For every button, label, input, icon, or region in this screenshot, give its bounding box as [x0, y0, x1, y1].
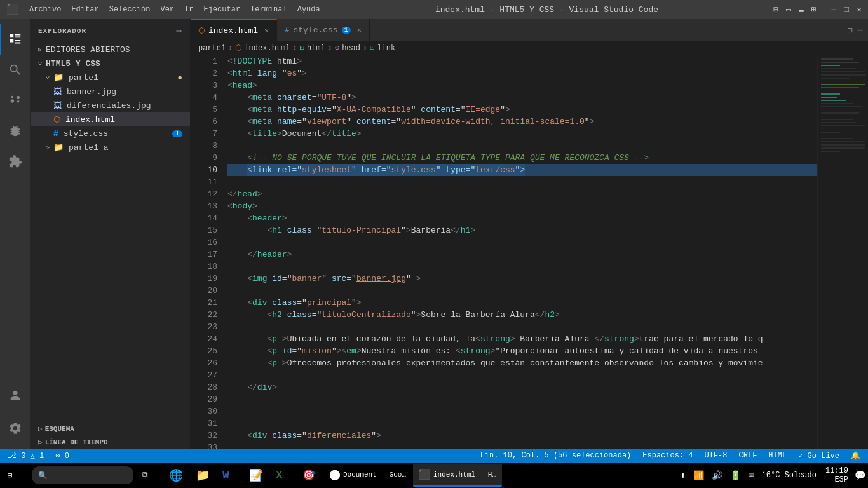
layout-icon[interactable]: ⊟ — [773, 4, 778, 15]
taskbar-search[interactable]: 🔍 — [32, 466, 133, 484]
encoding-status[interactable]: UTF-8 — [702, 451, 730, 460]
code-line-30 — [227, 405, 817, 417]
word-taskbar-button[interactable]: W — [217, 464, 243, 487]
maximize-button[interactable]: □ — [844, 5, 849, 15]
image-icon: 🖼 — [53, 87, 62, 97]
svg-rect-10 — [821, 93, 840, 95]
minimize-button[interactable]: ─ — [832, 5, 837, 15]
tab-close-icon[interactable]: ✕ — [357, 25, 362, 35]
sidebar-toggle-icon[interactable]: ▭ — [786, 4, 791, 15]
line-ending-status[interactable]: CRLF — [736, 451, 760, 460]
status-bar-left: ⎇ 0 △ 1 ⊗ 0 — [5, 451, 72, 461]
project-header[interactable]: ▽ HTML5 Y CSS — [31, 57, 190, 71]
close-button[interactable]: ✕ — [857, 4, 862, 15]
split-editor-icon[interactable]: ⊟ — [847, 25, 852, 36]
folder-label: parte1 a — [69, 143, 108, 152]
language-status[interactable]: HTML — [766, 451, 789, 460]
editors-open-label: EDITORES ABIERTOS — [46, 45, 130, 55]
sidebar-item-parte1[interactable]: ▽ 📁 parte1 ● — [31, 71, 190, 85]
timeline-header[interactable]: ▷ LÍNEA DE TIEMPO — [31, 435, 190, 449]
sidebar-item-index-html[interactable]: ⬡ index.html — [31, 112, 190, 126]
menu-ejecutar[interactable]: Ejecutar — [203, 5, 240, 14]
settings-activity-icon[interactable] — [0, 413, 31, 444]
code-content[interactable]: <!DOCTYPE html> <html lang="es"> <head> … — [222, 55, 817, 449]
breadcrumb-parte1[interactable]: parte1 — [198, 44, 226, 53]
menu-ver[interactable]: Ver — [160, 5, 174, 14]
folder-arrow-icon: ▽ — [46, 74, 50, 81]
go-live-status[interactable]: ✓ Go Live — [796, 451, 842, 461]
schema-header[interactable]: ▷ ESQUEMA — [31, 422, 190, 435]
3d-icon: 🎯 — [302, 469, 315, 482]
taskview-button[interactable]: ⧉ — [137, 464, 163, 487]
tab-bar-actions: ⊟ ⋯ — [847, 19, 868, 41]
taskbar-notification-panel-icon[interactable]: 💬 — [855, 470, 865, 481]
menu-ayuda[interactable]: Ayuda — [297, 5, 320, 14]
tab-close-icon[interactable]: ✕ — [264, 26, 269, 36]
breadcrumb-html[interactable]: html — [307, 44, 325, 53]
notepad-taskbar-button[interactable]: 📝 — [244, 464, 269, 487]
menu-editar[interactable]: Editar — [71, 5, 98, 14]
menu-seleccion[interactable]: Selección — [109, 5, 151, 14]
notification-icon[interactable]: 🔔 — [848, 451, 863, 461]
more-actions-icon[interactable]: ⋯ — [858, 25, 863, 36]
tab-index-html[interactable]: ⬡ index.html ✕ — [191, 19, 277, 41]
debug-activity-icon[interactable] — [0, 116, 31, 146]
edge-taskbar-button[interactable]: 🌐 — [164, 464, 189, 487]
3d-taskbar-button[interactable]: 🎯 — [297, 464, 323, 487]
menu-archivo[interactable]: Archivo — [29, 5, 61, 14]
cursor-position[interactable]: Lín. 10, Col. 5 (56 seleccionada) — [478, 451, 634, 460]
code-line-13: <body> — [227, 200, 817, 212]
code-line-2: <html lang="es"> — [227, 67, 817, 79]
css-file-icon: # — [53, 129, 58, 139]
account-activity-icon[interactable] — [0, 380, 31, 410]
taskbar-keyboard-icon[interactable]: ⌨ — [746, 470, 756, 481]
svg-rect-14 — [821, 106, 862, 107]
menu-terminal[interactable]: Terminal — [250, 5, 287, 14]
new-file-icon[interactable]: ⋯ — [177, 25, 182, 36]
svg-rect-7 — [821, 78, 850, 79]
google-chrome-button[interactable]: ⬤ Document - Google ... — [324, 464, 412, 487]
taskbar-weather[interactable]: 16°C Soleado — [759, 471, 819, 480]
spaces-status[interactable]: Espacios: 4 — [640, 451, 695, 460]
start-button[interactable]: ⊞ — [3, 464, 28, 487]
extensions-activity-icon[interactable] — [0, 146, 31, 177]
file-label: diferenciales.jpg — [67, 101, 151, 111]
customize-icon[interactable]: ⊞ — [811, 4, 817, 15]
taskbar-volume-icon[interactable]: 🔊 — [709, 470, 725, 481]
explorer-activity-icon[interactable] — [0, 24, 31, 55]
notepad-icon: 📝 — [249, 468, 263, 482]
search-activity-icon[interactable] — [0, 55, 31, 85]
css-tab-icon: # — [285, 26, 289, 35]
html-file-icon: ⬡ — [53, 114, 60, 125]
explorer-taskbar-button[interactable]: 📁 — [191, 464, 216, 487]
code-line-29 — [227, 393, 817, 405]
schema-label: ESQUEMA — [45, 425, 74, 433]
sidebar-item-style-css[interactable]: # style.css 1 — [31, 126, 190, 140]
excel-taskbar-button[interactable]: X — [271, 464, 296, 487]
sidebar-item-banner[interactable]: 🖼 banner.jpg — [31, 85, 190, 98]
code-line-19: <img id="banner" src="banner.jpg" > — [227, 273, 817, 285]
taskbar-notification-icon[interactable]: ⬆ — [678, 470, 688, 481]
sidebar-item-parte1a[interactable]: ▷ 📁 parte1 a — [31, 140, 190, 154]
git-branch-status[interactable]: ⎇ 0 △ 1 — [5, 451, 46, 461]
css-badge: 1 — [172, 130, 182, 137]
taskbar-wifi-icon[interactable]: 📶 — [691, 470, 707, 481]
window-title: index.html - HTML5 Y CSS - Visual Studio… — [435, 5, 658, 15]
breadcrumb-index-html[interactable]: index.html — [244, 44, 290, 53]
html-tab-icon: ⬡ — [198, 26, 205, 36]
breadcrumb-link[interactable]: link — [377, 44, 395, 53]
panel-toggle-icon[interactable]: ▬ — [799, 5, 804, 15]
source-control-activity-icon[interactable] — [0, 85, 31, 116]
taskbar-battery-icon[interactable]: 🔋 — [728, 470, 743, 481]
vscode-taskbar-button[interactable]: ⬛ index.html - HTML5 ... — [413, 464, 502, 487]
taskbar-clock[interactable]: 11:19 ESP — [822, 466, 852, 484]
tab-style-css[interactable]: # style.css 1 ✕ — [277, 19, 370, 41]
breadcrumb-head[interactable]: head — [342, 44, 360, 53]
editors-open-header[interactable]: ▷ EDITORES ABIERTOS — [31, 43, 190, 57]
sidebar-item-diferenciales[interactable]: 🖼 diferenciales.jpg — [31, 98, 190, 112]
menu-ir[interactable]: Ir — [184, 5, 193, 14]
svg-rect-17 — [821, 122, 856, 123]
timeline-label: LÍNEA DE TIEMPO — [45, 438, 108, 446]
error-status[interactable]: ⊗ 0 — [53, 451, 72, 461]
code-editor[interactable]: 1 2 3 4 5 6 7 8 9 10 11 12 13 14 15 16 1… — [191, 55, 868, 449]
